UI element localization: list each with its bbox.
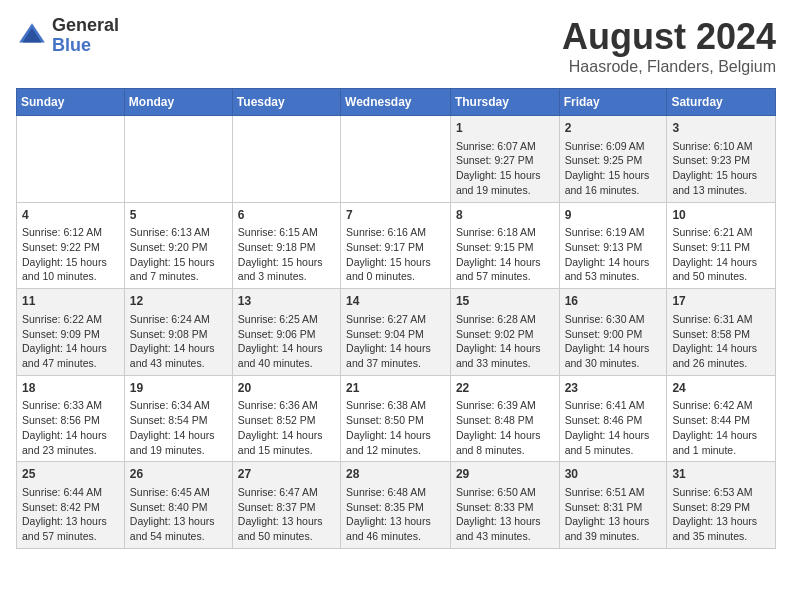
day-info: and 7 minutes. (130, 269, 227, 284)
calendar-cell: 29Sunrise: 6:50 AMSunset: 8:33 PMDayligh… (450, 462, 559, 549)
day-info: and 5 minutes. (565, 443, 662, 458)
day-info: Sunset: 8:54 PM (130, 413, 227, 428)
day-number: 12 (130, 293, 227, 310)
day-info: Sunrise: 6:39 AM (456, 398, 554, 413)
logo-blue: Blue (52, 36, 119, 56)
day-info: and 53 minutes. (565, 269, 662, 284)
day-number: 30 (565, 466, 662, 483)
day-info: Sunset: 8:35 PM (346, 500, 445, 515)
calendar-cell: 3Sunrise: 6:10 AMSunset: 9:23 PMDaylight… (667, 116, 776, 203)
day-info: Daylight: 15 hours (565, 168, 662, 183)
day-info: Daylight: 15 hours (672, 168, 770, 183)
day-info: Daylight: 13 hours (238, 514, 335, 529)
day-number: 25 (22, 466, 119, 483)
day-info: and 50 minutes. (238, 529, 335, 544)
day-info: and 39 minutes. (565, 529, 662, 544)
day-info: Daylight: 13 hours (22, 514, 119, 529)
day-number: 16 (565, 293, 662, 310)
day-info: and 46 minutes. (346, 529, 445, 544)
day-info: Sunrise: 6:33 AM (22, 398, 119, 413)
day-info: and 37 minutes. (346, 356, 445, 371)
day-info: Daylight: 14 hours (565, 428, 662, 443)
day-info: Sunrise: 6:38 AM (346, 398, 445, 413)
day-info: Sunrise: 6:07 AM (456, 139, 554, 154)
calendar-cell: 18Sunrise: 6:33 AMSunset: 8:56 PMDayligh… (17, 375, 125, 462)
header-row: SundayMondayTuesdayWednesdayThursdayFrid… (17, 89, 776, 116)
day-info: Daylight: 13 hours (130, 514, 227, 529)
day-info: Sunset: 9:13 PM (565, 240, 662, 255)
day-number: 29 (456, 466, 554, 483)
day-info: Daylight: 14 hours (130, 341, 227, 356)
day-info: Daylight: 15 hours (130, 255, 227, 270)
day-info: Sunrise: 6:31 AM (672, 312, 770, 327)
header-day-monday: Monday (124, 89, 232, 116)
day-number: 6 (238, 207, 335, 224)
day-info: Sunset: 9:25 PM (565, 153, 662, 168)
day-number: 2 (565, 120, 662, 137)
day-info: Daylight: 14 hours (672, 341, 770, 356)
week-row-2: 4Sunrise: 6:12 AMSunset: 9:22 PMDaylight… (17, 202, 776, 289)
calendar-cell: 30Sunrise: 6:51 AMSunset: 8:31 PMDayligh… (559, 462, 667, 549)
calendar-cell: 1Sunrise: 6:07 AMSunset: 9:27 PMDaylight… (450, 116, 559, 203)
day-info: Daylight: 14 hours (346, 341, 445, 356)
day-number: 7 (346, 207, 445, 224)
week-row-5: 25Sunrise: 6:44 AMSunset: 8:42 PMDayligh… (17, 462, 776, 549)
week-row-4: 18Sunrise: 6:33 AMSunset: 8:56 PMDayligh… (17, 375, 776, 462)
day-number: 17 (672, 293, 770, 310)
day-info: Sunset: 8:44 PM (672, 413, 770, 428)
day-info: Daylight: 14 hours (672, 255, 770, 270)
day-info: Daylight: 14 hours (238, 341, 335, 356)
day-info: Sunrise: 6:22 AM (22, 312, 119, 327)
day-number: 27 (238, 466, 335, 483)
calendar-cell (124, 116, 232, 203)
day-info: Daylight: 15 hours (456, 168, 554, 183)
day-number: 22 (456, 380, 554, 397)
day-number: 19 (130, 380, 227, 397)
day-info: and 43 minutes. (456, 529, 554, 544)
calendar-cell: 23Sunrise: 6:41 AMSunset: 8:46 PMDayligh… (559, 375, 667, 462)
day-number: 3 (672, 120, 770, 137)
day-info: Sunrise: 6:44 AM (22, 485, 119, 500)
calendar-cell: 24Sunrise: 6:42 AMSunset: 8:44 PMDayligh… (667, 375, 776, 462)
calendar-cell: 25Sunrise: 6:44 AMSunset: 8:42 PMDayligh… (17, 462, 125, 549)
day-info: Sunrise: 6:48 AM (346, 485, 445, 500)
logo: General Blue (16, 16, 119, 56)
day-info: Sunset: 9:11 PM (672, 240, 770, 255)
calendar-cell: 15Sunrise: 6:28 AMSunset: 9:02 PMDayligh… (450, 289, 559, 376)
header-day-saturday: Saturday (667, 89, 776, 116)
calendar-header: SundayMondayTuesdayWednesdayThursdayFrid… (17, 89, 776, 116)
day-info: and 19 minutes. (456, 183, 554, 198)
week-row-1: 1Sunrise: 6:07 AMSunset: 9:27 PMDaylight… (17, 116, 776, 203)
day-info: Sunset: 8:58 PM (672, 327, 770, 342)
logo-text: General Blue (52, 16, 119, 56)
day-info: and 35 minutes. (672, 529, 770, 544)
day-info: Sunset: 8:46 PM (565, 413, 662, 428)
day-info: Sunrise: 6:41 AM (565, 398, 662, 413)
day-info: Daylight: 14 hours (456, 341, 554, 356)
day-info: Daylight: 14 hours (565, 255, 662, 270)
day-info: Sunset: 9:00 PM (565, 327, 662, 342)
calendar-cell: 7Sunrise: 6:16 AMSunset: 9:17 PMDaylight… (341, 202, 451, 289)
day-info: and 47 minutes. (22, 356, 119, 371)
day-number: 8 (456, 207, 554, 224)
day-info: Sunset: 8:29 PM (672, 500, 770, 515)
day-number: 31 (672, 466, 770, 483)
day-info: Sunrise: 6:27 AM (346, 312, 445, 327)
day-info: Daylight: 14 hours (130, 428, 227, 443)
day-info: and 12 minutes. (346, 443, 445, 458)
month-title: August 2024 (562, 16, 776, 58)
calendar-cell: 21Sunrise: 6:38 AMSunset: 8:50 PMDayligh… (341, 375, 451, 462)
day-info: Daylight: 15 hours (346, 255, 445, 270)
day-info: and 57 minutes. (22, 529, 119, 544)
day-info: Sunset: 9:23 PM (672, 153, 770, 168)
day-info: and 8 minutes. (456, 443, 554, 458)
day-info: and 1 minute. (672, 443, 770, 458)
calendar-cell: 27Sunrise: 6:47 AMSunset: 8:37 PMDayligh… (232, 462, 340, 549)
day-info: Daylight: 14 hours (456, 428, 554, 443)
calendar-cell: 4Sunrise: 6:12 AMSunset: 9:22 PMDaylight… (17, 202, 125, 289)
page-header: General Blue August 2024 Haasrode, Fland… (16, 16, 776, 76)
day-info: Sunset: 8:56 PM (22, 413, 119, 428)
day-info: and 40 minutes. (238, 356, 335, 371)
day-info: Sunset: 9:22 PM (22, 240, 119, 255)
day-info: Daylight: 14 hours (238, 428, 335, 443)
